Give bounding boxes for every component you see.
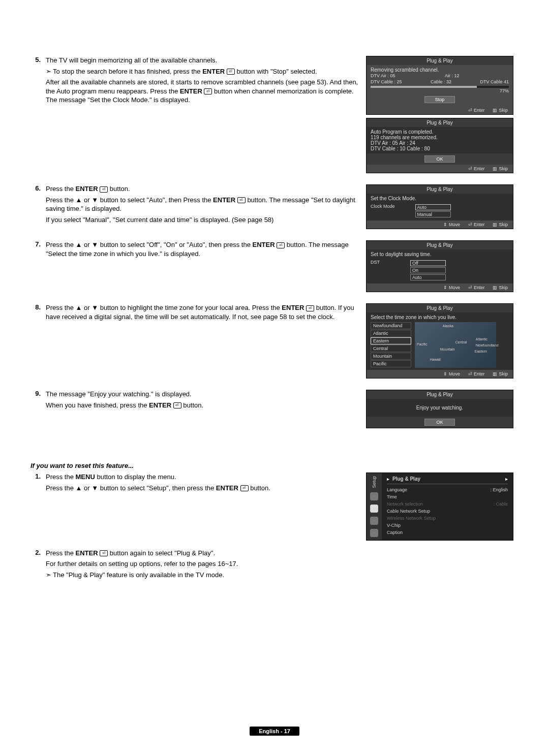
option-on[interactable]: On <box>410 267 446 273</box>
foot-enter: Enter <box>468 108 485 113</box>
step-6: 6. Press the ENTER button. Press the ▲ o… <box>30 184 518 232</box>
step-text: The TV will begin memorizing all of the … <box>46 56 366 107</box>
sound-icon[interactable] <box>370 517 378 525</box>
screenshot-col: Plug & Play Removing scrambled channel. … <box>366 56 518 176</box>
enter-icon <box>173 402 181 408</box>
option-auto[interactable]: Auto <box>410 274 446 280</box>
setup-head[interactable]: ▸ Plug & Play ▸ <box>387 476 508 484</box>
ok-button[interactable]: OK <box>424 155 455 163</box>
osd-timezone: Plug & Play Select the time zone in whic… <box>366 303 513 379</box>
setup-sidebar: Setup <box>367 473 382 540</box>
step-7: 7. Press the ▲ or ▼ button to select "Of… <box>30 240 518 295</box>
north-america-map: Alaska Pacific Mountain Central Eastern … <box>415 322 496 368</box>
setup-item-network-selection: Network selection: Cable <box>387 500 508 508</box>
scan-msg: Removing scrambled channel. <box>371 67 509 73</box>
enter-icon <box>237 197 246 203</box>
reset-step-2: 2. Press the ENTER button again to selec… <box>30 549 518 582</box>
setup-item-time[interactable]: Time <box>387 493 508 500</box>
reset-step-1: 1. Press the MENU button to display the … <box>30 472 518 541</box>
tz-list: Newfoundland Atlantic Eastern Central Mo… <box>371 322 411 368</box>
setup-main: ▸ Plug & Play ▸ Language: English Time N… <box>382 473 513 540</box>
step5-sub: To stop the search before it has finishe… <box>46 67 361 76</box>
enter-icon <box>306 305 314 311</box>
step5-p1: The TV will begin memorizing all of the … <box>46 56 361 65</box>
tz-mountain[interactable]: Mountain <box>371 353 411 360</box>
step-number: 5. <box>30 56 46 64</box>
ok-button[interactable]: OK <box>424 419 455 426</box>
setup-icon[interactable] <box>370 505 378 513</box>
tz-newfoundland[interactable]: Newfoundland <box>371 322 411 329</box>
setup-item-language[interactable]: Language: English <box>387 486 508 493</box>
page-number: English - 17 <box>250 727 299 736</box>
enter-icon <box>100 550 108 556</box>
osd-scrambled: Plug & Play Removing scrambled channel. … <box>366 56 513 115</box>
chevron-right-icon: ▸ <box>505 476 508 482</box>
display-icon[interactable] <box>370 529 378 537</box>
tz-pacific[interactable]: Pacific <box>371 360 411 367</box>
option-auto[interactable]: Auto <box>415 204 451 210</box>
tz-eastern[interactable]: Eastern <box>371 337 411 344</box>
step5-p2: After all the available channels are sto… <box>46 78 361 105</box>
enter-icon <box>100 186 108 193</box>
chevron-right-icon: ▸ <box>387 476 389 482</box>
osd-dst: Plug & Play Set to daylight saving time.… <box>366 240 513 292</box>
setup-item-wireless-network: Wireless Network Setup <box>387 515 508 522</box>
step-5: 5. The TV will begin memorizing all of t… <box>30 56 518 176</box>
osd-enjoy: Plug & Play Enjoy your watching. OK <box>366 390 513 428</box>
setup-item-caption[interactable]: Caption <box>387 529 508 536</box>
tz-atlantic[interactable]: Atlantic <box>371 330 411 337</box>
page-footer: English - 17 <box>0 727 549 736</box>
step-9: 9. The message "Enjoy your watching." is… <box>30 390 518 431</box>
setup-item-cable-network[interactable]: Cable Network Setup <box>387 508 508 515</box>
enter-icon <box>227 69 235 75</box>
osd-clock-mode: Plug & Play Set the Clock Mode. Clock Mo… <box>366 184 513 229</box>
tz-central[interactable]: Central <box>371 345 411 352</box>
foot-skip: Skip <box>493 108 508 113</box>
picture-icon[interactable] <box>370 492 378 500</box>
osd-body: Removing scrambled channel. DTV Air : 05… <box>367 65 513 106</box>
enter-icon <box>277 242 285 248</box>
reset-heading: If you want to reset this feature... <box>30 462 518 469</box>
option-manual[interactable]: Manual <box>415 211 451 217</box>
setup-menu: Setup ▸ Plug & Play ▸ Language: English … <box>366 472 513 541</box>
osd-title: Plug & Play <box>367 56 513 65</box>
stop-button[interactable]: Stop <box>424 96 455 103</box>
option-off[interactable]: Off <box>410 260 446 266</box>
setup-item-vchip[interactable]: V-Chip <box>387 522 508 529</box>
step-8: 8. Press the ▲ or ▼ button to highlight … <box>30 303 518 382</box>
osd-completed: Plug & Play Auto Program is completed. 1… <box>366 118 513 173</box>
enter-icon <box>204 88 212 94</box>
enter-icon <box>240 485 249 491</box>
